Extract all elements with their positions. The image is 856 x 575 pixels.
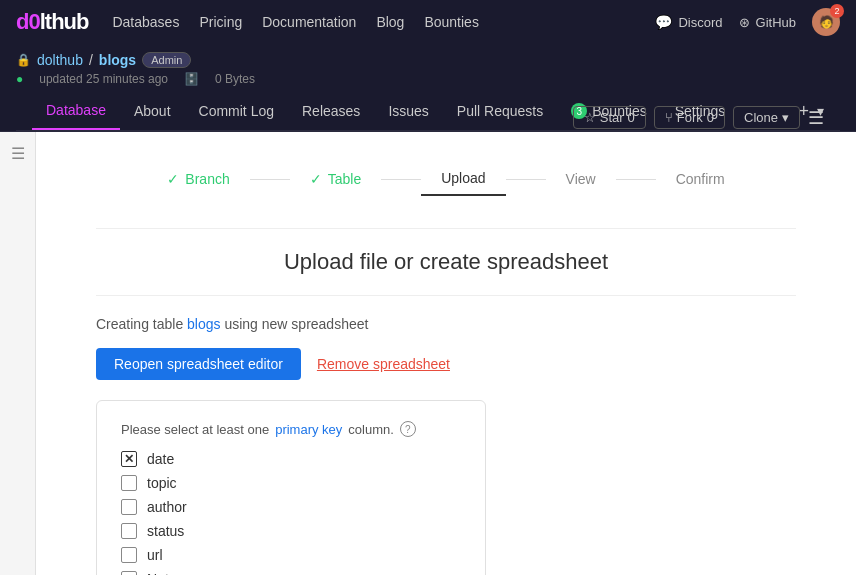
discord-button[interactable]: 💬 Discord bbox=[655, 14, 722, 30]
nav-left: d0lthub Databases Pricing Documentation … bbox=[16, 9, 479, 35]
list-item: status bbox=[121, 523, 461, 539]
using-text: using new spreadsheet bbox=[224, 316, 368, 332]
subnav-issues[interactable]: Issues bbox=[374, 93, 442, 129]
help-icon[interactable]: ? bbox=[400, 421, 416, 437]
col-checkbox-status[interactable] bbox=[121, 523, 137, 539]
step-upload[interactable]: Upload bbox=[421, 162, 505, 196]
subnav-commit-log[interactable]: Commit Log bbox=[185, 93, 288, 129]
fork-label: Fork bbox=[677, 110, 703, 125]
table-check-icon: ✓ bbox=[310, 171, 322, 187]
subnav-about[interactable]: About bbox=[120, 93, 185, 129]
col-checkbox-author[interactable] bbox=[121, 499, 137, 515]
step-line-3 bbox=[506, 179, 546, 180]
remove-spreadsheet-button[interactable]: Remove spreadsheet bbox=[309, 348, 458, 380]
step-line-4 bbox=[616, 179, 656, 180]
owner-link[interactable]: dolthub bbox=[37, 52, 83, 68]
nav-bounties[interactable]: Bounties bbox=[424, 14, 478, 30]
content-wrapper: ☰ ✓ Branch ✓ Table Upload View C bbox=[0, 132, 856, 575]
star-icon: ☆ bbox=[584, 110, 596, 125]
step-view-label: View bbox=[566, 171, 596, 187]
creating-label: Creating table bbox=[96, 316, 183, 332]
logo[interactable]: d0lthub bbox=[16, 9, 88, 35]
clone-label: Clone bbox=[744, 110, 778, 125]
pk-hint-text: Please select at least one primary key c… bbox=[121, 421, 461, 437]
page-title: Upload file or create spreadsheet bbox=[96, 249, 796, 275]
nav-databases[interactable]: Databases bbox=[112, 14, 179, 30]
update-dot: ● bbox=[16, 72, 23, 86]
nav-links: Databases Pricing Documentation Blog Bou… bbox=[112, 14, 478, 30]
step-branch[interactable]: ✓ Branch bbox=[147, 163, 249, 195]
col-checkbox-date[interactable]: ✕ bbox=[121, 451, 137, 467]
nav-blog[interactable]: Blog bbox=[376, 14, 404, 30]
steps-bar: ✓ Branch ✓ Table Upload View Confirm bbox=[96, 162, 796, 196]
fork-icon: ⑂ bbox=[665, 110, 673, 125]
top-nav: d0lthub Databases Pricing Documentation … bbox=[0, 0, 856, 44]
step-confirm[interactable]: Confirm bbox=[656, 163, 745, 195]
nav-pricing[interactable]: Pricing bbox=[199, 14, 242, 30]
sidebar: ☰ bbox=[0, 132, 36, 575]
star-button[interactable]: ☆ Star 0 bbox=[573, 106, 646, 129]
check-mark-icon: ✕ bbox=[124, 452, 134, 466]
admin-badge: Admin bbox=[142, 52, 191, 68]
subnav-releases[interactable]: Releases bbox=[288, 93, 374, 129]
reopen-spreadsheet-button[interactable]: Reopen spreadsheet editor bbox=[96, 348, 301, 380]
col-name-date: date bbox=[147, 451, 174, 467]
main-content: ✓ Branch ✓ Table Upload View Confirm Upl… bbox=[36, 132, 856, 575]
clone-button[interactable]: Clone ▾ bbox=[733, 106, 800, 129]
list-item: ✕ date bbox=[121, 451, 461, 467]
col-name-url: url bbox=[147, 547, 163, 563]
size-text: 0 Bytes bbox=[215, 72, 255, 86]
column-list: ✕ date topic author status bbox=[121, 451, 461, 575]
sidebar-menu-icon[interactable]: ☰ bbox=[11, 144, 25, 163]
repo-actions: ☆ Star 0 ⑂ Fork 0 Clone ▾ ☰ bbox=[573, 106, 824, 129]
notification-badge: 2 bbox=[830, 4, 844, 18]
star-count: 0 bbox=[628, 110, 635, 125]
repo-link[interactable]: blogs bbox=[99, 52, 136, 68]
nav-documentation[interactable]: Documentation bbox=[262, 14, 356, 30]
nav-right: 💬 Discord ⊛ GitHub 🧑 2 bbox=[655, 8, 840, 36]
step-view[interactable]: View bbox=[546, 163, 616, 195]
col-name-author: author bbox=[147, 499, 187, 515]
github-icon: ⊛ bbox=[739, 15, 750, 30]
col-name-notes: Notes bbox=[147, 571, 184, 575]
updated-text: updated 25 minutes ago bbox=[39, 72, 168, 86]
table-name-link[interactable]: blogs bbox=[187, 316, 220, 332]
col-checkbox-topic[interactable] bbox=[121, 475, 137, 491]
hamburger-icon[interactable]: ☰ bbox=[808, 107, 824, 129]
repo-header: 🔒 dolthub / blogs Admin ● updated 25 min… bbox=[0, 44, 856, 132]
github-button[interactable]: ⊛ GitHub bbox=[739, 15, 796, 30]
creating-text: Creating table blogs using new spreadshe… bbox=[96, 316, 796, 332]
branch-check-icon: ✓ bbox=[167, 171, 179, 187]
star-label: Star bbox=[600, 110, 624, 125]
section-divider bbox=[96, 228, 796, 229]
clone-chevron-icon: ▾ bbox=[782, 110, 789, 125]
step-table[interactable]: ✓ Table bbox=[290, 163, 381, 195]
pk-hint-prefix: Please select at least one bbox=[121, 422, 269, 437]
section-divider-2 bbox=[96, 295, 796, 296]
col-checkbox-notes[interactable] bbox=[121, 571, 137, 575]
repo-header-inner: 🔒 dolthub / blogs Admin ● updated 25 min… bbox=[16, 52, 840, 86]
step-line-1 bbox=[250, 179, 290, 180]
step-confirm-label: Confirm bbox=[676, 171, 725, 187]
primary-key-link[interactable]: primary key bbox=[275, 422, 342, 437]
db-icon: 🗄️ bbox=[184, 72, 199, 86]
subnav-pull-requests[interactable]: Pull Requests bbox=[443, 93, 557, 129]
fork-button[interactable]: ⑂ Fork 0 bbox=[654, 106, 725, 129]
pk-hint-suffix: column. bbox=[348, 422, 394, 437]
col-name-topic: topic bbox=[147, 475, 177, 491]
step-upload-label: Upload bbox=[441, 170, 485, 186]
list-item: Notes bbox=[121, 571, 461, 575]
avatar-wrapper[interactable]: 🧑 2 bbox=[812, 8, 840, 36]
github-label: GitHub bbox=[756, 15, 796, 30]
subnav-database[interactable]: Database bbox=[32, 92, 120, 130]
primary-key-card: Please select at least one primary key c… bbox=[96, 400, 486, 575]
step-line-2 bbox=[381, 179, 421, 180]
separator: / bbox=[89, 52, 93, 68]
col-name-status: status bbox=[147, 523, 184, 539]
spreadsheet-actions: Reopen spreadsheet editor Remove spreads… bbox=[96, 348, 796, 380]
repo-meta: ● updated 25 minutes ago 🗄️ 0 Bytes bbox=[16, 72, 840, 86]
col-checkbox-url[interactable] bbox=[121, 547, 137, 563]
repo-title: 🔒 dolthub / blogs Admin bbox=[16, 52, 840, 68]
discord-label: Discord bbox=[678, 15, 722, 30]
list-item: url bbox=[121, 547, 461, 563]
